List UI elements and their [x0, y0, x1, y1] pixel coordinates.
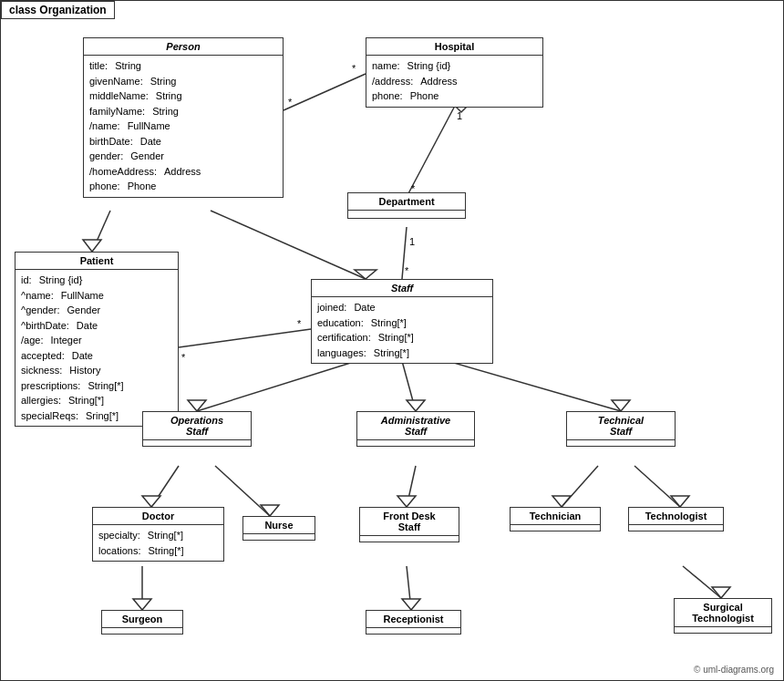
svg-line-12	[211, 211, 366, 279]
diagram-container: class Organization * * 1 * 1 * * *	[0, 0, 784, 681]
class-technical-staff-body	[567, 440, 675, 446]
svg-line-14	[179, 329, 311, 347]
class-nurse: Nurse	[242, 516, 315, 541]
class-surgical-technologist-body	[675, 627, 771, 633]
class-hospital: Hospital name:String {id} /address:Addre…	[366, 37, 543, 108]
class-admin-staff-body	[357, 440, 474, 446]
class-surgeon-body	[102, 628, 182, 634]
class-department-body	[348, 211, 465, 218]
svg-line-23	[151, 466, 179, 507]
class-surgical-technologist-header: SurgicalTechnologist	[675, 599, 771, 627]
svg-marker-36	[402, 599, 420, 610]
svg-text:*: *	[405, 265, 409, 276]
svg-line-0	[284, 74, 366, 110]
svg-line-35	[407, 566, 411, 610]
svg-line-21	[448, 361, 621, 411]
class-admin-staff: AdministrativeStaff	[356, 411, 475, 447]
class-operations-staff-body	[143, 440, 251, 446]
class-front-desk-staff-body	[360, 536, 459, 542]
class-technologist-header: Technologist	[629, 508, 723, 525]
class-person-header: Person	[84, 38, 283, 56]
class-technical-staff-header: TechnicalStaff	[567, 412, 675, 440]
class-doctor-body: specialty:String[*] locations:String[*]	[93, 525, 223, 561]
svg-line-19	[402, 361, 416, 411]
svg-marker-28	[397, 496, 416, 507]
class-technical-staff: TechnicalStaff	[566, 411, 676, 447]
svg-text:1: 1	[457, 110, 462, 121]
svg-line-31	[634, 466, 680, 507]
svg-marker-24	[142, 496, 160, 507]
svg-marker-11	[83, 240, 101, 252]
svg-line-17	[197, 361, 356, 411]
class-hospital-body: name:String {id} /address:Address phone:…	[366, 56, 542, 107]
svg-text:*: *	[288, 97, 293, 108]
class-receptionist: Receptionist	[366, 610, 461, 635]
class-technologist: Technologist	[628, 507, 724, 531]
svg-marker-18	[188, 400, 206, 411]
svg-marker-13	[355, 270, 377, 279]
class-surgeon: Surgeon	[101, 610, 183, 635]
class-department-header: Department	[348, 193, 465, 211]
svg-line-10	[92, 211, 110, 252]
svg-marker-26	[261, 505, 279, 516]
class-nurse-body	[243, 534, 315, 540]
diagram-title: class Organization	[1, 1, 115, 19]
class-person: Person title:String givenName:String mid…	[83, 37, 284, 198]
svg-line-27	[407, 466, 416, 507]
svg-text:1: 1	[409, 236, 415, 247]
svg-marker-32	[671, 496, 689, 507]
svg-text:*: *	[297, 318, 302, 329]
class-staff-header: Staff	[312, 280, 492, 297]
svg-marker-38	[712, 587, 730, 598]
copyright-text: © uml-diagrams.org	[694, 665, 774, 675]
class-surgeon-header: Surgeon	[102, 611, 182, 628]
class-technologist-body	[629, 525, 723, 531]
class-surgical-technologist: SurgicalTechnologist	[674, 598, 772, 634]
svg-text:*: *	[352, 63, 356, 74]
svg-marker-34	[133, 599, 151, 610]
class-technician-header: Technician	[511, 508, 600, 525]
svg-line-7	[402, 227, 407, 279]
svg-text:*: *	[181, 352, 186, 363]
svg-marker-20	[407, 400, 425, 411]
class-staff-body: joined:Date education:String[*] certific…	[312, 297, 492, 363]
class-hospital-header: Hospital	[366, 38, 542, 56]
class-front-desk-staff: Front DeskStaff	[359, 507, 459, 542]
svg-marker-30	[552, 496, 571, 507]
svg-marker-22	[612, 400, 630, 411]
class-department: Department	[347, 192, 466, 219]
class-admin-staff-header: AdministrativeStaff	[357, 412, 474, 440]
class-nurse-header: Nurse	[243, 517, 315, 534]
class-doctor-header: Doctor	[93, 508, 223, 525]
class-receptionist-header: Receptionist	[366, 611, 460, 628]
class-person-body: title:String givenName:String middleName…	[84, 56, 283, 197]
class-patient-header: Patient	[15, 253, 178, 270]
class-operations-staff-header: OperationsStaff	[143, 412, 251, 440]
class-staff: Staff joined:Date education:String[*] ce…	[311, 279, 493, 364]
class-operations-staff: OperationsStaff	[142, 411, 252, 447]
svg-line-37	[683, 566, 721, 598]
class-patient: Patient id:String {id} ^name:FullName ^g…	[15, 252, 179, 427]
class-technician: Technician	[510, 507, 601, 531]
svg-line-29	[562, 466, 598, 507]
class-doctor: Doctor specialty:String[*] locations:Str…	[92, 507, 224, 562]
svg-line-3	[407, 106, 455, 197]
class-technician-body	[511, 525, 600, 531]
class-front-desk-staff-header: Front DeskStaff	[360, 508, 459, 536]
class-patient-body: id:String {id} ^name:FullName ^gender:Ge…	[15, 270, 178, 426]
class-receptionist-body	[366, 628, 460, 634]
